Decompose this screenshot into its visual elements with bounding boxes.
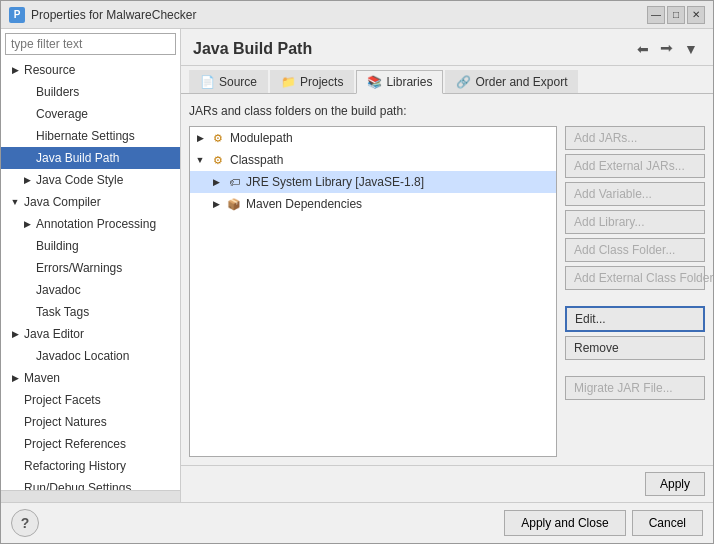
sidebar-item-project-natures[interactable]: ▶ Project Natures — [1, 411, 180, 433]
add-external-class-folder-button[interactable]: Add External Class Folder... — [565, 266, 705, 290]
sidebar-item-project-facets[interactable]: ▶ Project Facets — [1, 389, 180, 411]
cp-item-jre[interactable]: ▶ 🏷 JRE System Library [JavaSE-1.8] — [190, 171, 556, 193]
back-button[interactable]: ⬅ — [633, 39, 653, 59]
expand-jre-icon: ▶ — [210, 176, 222, 188]
tab-projects-label: Projects — [300, 75, 343, 89]
sidebar-item-label: Project Natures — [24, 413, 107, 431]
sidebar-item-project-references[interactable]: ▶ Project References — [1, 433, 180, 455]
tabs-bar: 📄 Source 📁 Projects 📚 Libraries 🔗 Order … — [181, 66, 713, 94]
modulepath-icon: ⚙ — [210, 130, 226, 146]
sidebar-item-run-debug[interactable]: ▶ Run/Debug Settings — [1, 477, 180, 490]
sidebar-item-task-tags[interactable]: ▶ Task Tags — [1, 301, 180, 323]
title-bar: P Properties for MalwareChecker — □ ✕ — [1, 1, 713, 29]
add-external-jars-button[interactable]: Add External JARs... — [565, 154, 705, 178]
properties-dialog: P Properties for MalwareChecker — □ ✕ ▶ … — [0, 0, 714, 544]
sidebar-item-resource[interactable]: ▶ Resource — [1, 59, 180, 81]
sidebar-item-coverage[interactable]: ▶ Coverage — [1, 103, 180, 125]
cp-item-label: Modulepath — [230, 129, 293, 147]
sidebar-item-label: Building — [36, 237, 79, 255]
tab-projects[interactable]: 📁 Projects — [270, 70, 354, 93]
cancel-button[interactable]: Cancel — [632, 510, 703, 536]
right-title: Java Build Path — [193, 40, 312, 58]
dialog-footer: ? Apply and Close Cancel — [1, 502, 713, 543]
add-jars-button[interactable]: Add JARs... — [565, 126, 705, 150]
tab-order-export[interactable]: 🔗 Order and Export — [445, 70, 578, 93]
sidebar-item-javadoc-location[interactable]: ▶ Javadoc Location — [1, 345, 180, 367]
filter-input[interactable] — [5, 33, 176, 55]
maven-dep-icon: 📦 — [226, 196, 242, 212]
sidebar-tree: ▶ Resource ▶ Builders ▶ Coverage ▶ Hiber… — [1, 59, 180, 490]
left-panel: ▶ Resource ▶ Builders ▶ Coverage ▶ Hiber… — [1, 29, 181, 502]
apply-button[interactable]: Apply — [645, 472, 705, 496]
help-button[interactable]: ? — [11, 509, 39, 537]
expand-code-style-icon: ▶ — [21, 174, 33, 186]
sidebar-item-java-build-path[interactable]: ▶ Java Build Path — [1, 147, 180, 169]
cp-item-label: JRE System Library [JavaSE-1.8] — [246, 173, 424, 191]
add-variable-button[interactable]: Add Variable... — [565, 182, 705, 206]
cp-item-maven[interactable]: ▶ 📦 Maven Dependencies — [190, 193, 556, 215]
migrate-jar-button[interactable]: Migrate JAR File... — [565, 376, 705, 400]
right-panel: Java Build Path ⬅ ⮕ ▼ 📄 Source 📁 Project… — [181, 29, 713, 502]
sidebar-item-label: Java Build Path — [36, 149, 119, 167]
sidebar-item-javadoc[interactable]: ▶ Javadoc — [1, 279, 180, 301]
jre-icon: 🏷 — [226, 174, 242, 190]
sidebar-item-label: Javadoc Location — [36, 347, 129, 365]
dialog-icon: P — [9, 7, 25, 23]
cp-item-label: Classpath — [230, 151, 283, 169]
minimize-button[interactable]: — — [647, 6, 665, 24]
sidebar-item-label: Refactoring History — [24, 457, 126, 475]
tab-libraries-label: Libraries — [386, 75, 432, 89]
expand-maven-dep-icon: ▶ — [210, 198, 222, 210]
tab-libraries[interactable]: 📚 Libraries — [356, 70, 443, 94]
sidebar-item-label: Coverage — [36, 105, 88, 123]
sidebar-item-label: Project References — [24, 435, 126, 453]
sidebar-item-label: Project Facets — [24, 391, 101, 409]
order-export-tab-icon: 🔗 — [456, 75, 471, 89]
body-main: ▶ ⚙ Modulepath ▼ ⚙ Classpath ▶ — [189, 126, 705, 457]
sidebar-item-label: Errors/Warnings — [36, 259, 122, 277]
sidebar-item-java-code-style[interactable]: ▶ Java Code Style — [1, 169, 180, 191]
sidebar-item-annotation[interactable]: ▶ Annotation Processing — [1, 213, 180, 235]
forward-button[interactable]: ⮕ — [657, 39, 677, 59]
apply-bar: Apply — [181, 465, 713, 502]
sidebar-item-hibernate[interactable]: ▶ Hibernate Settings — [1, 125, 180, 147]
title-bar-buttons: — □ ✕ — [647, 6, 705, 24]
sidebar-item-label: Javadoc — [36, 281, 81, 299]
sidebar-scrollbar-x[interactable] — [1, 490, 180, 502]
sidebar-item-label: Task Tags — [36, 303, 89, 321]
cp-item-modulepath[interactable]: ▶ ⚙ Modulepath — [190, 127, 556, 149]
sidebar-item-label: Run/Debug Settings — [24, 479, 131, 490]
tab-source[interactable]: 📄 Source — [189, 70, 268, 93]
sidebar-item-errors-warnings[interactable]: ▶ Errors/Warnings — [1, 257, 180, 279]
main-content: ▶ Resource ▶ Builders ▶ Coverage ▶ Hiber… — [1, 29, 713, 502]
remove-button[interactable]: Remove — [565, 336, 705, 360]
sidebar-item-building[interactable]: ▶ Building — [1, 235, 180, 257]
footer-buttons: Apply and Close Cancel — [504, 510, 703, 536]
maximize-button[interactable]: □ — [667, 6, 685, 24]
sidebar-item-java-compiler[interactable]: ▼ Java Compiler — [1, 191, 180, 213]
body-description: JARs and class folders on the build path… — [189, 102, 705, 120]
sidebar-item-java-editor[interactable]: ▶ Java Editor — [1, 323, 180, 345]
classpath-tree: ▶ ⚙ Modulepath ▼ ⚙ Classpath ▶ — [189, 126, 557, 457]
projects-tab-icon: 📁 — [281, 75, 296, 89]
apply-close-button[interactable]: Apply and Close — [504, 510, 625, 536]
menu-button[interactable]: ▼ — [681, 39, 701, 59]
right-header: Java Build Path ⬅ ⮕ ▼ — [181, 29, 713, 66]
expand-resource-icon: ▶ — [9, 64, 21, 76]
sidebar-item-label: Java Editor — [24, 325, 84, 343]
dialog-title: Properties for MalwareChecker — [31, 8, 641, 22]
add-library-button[interactable]: Add Library... — [565, 210, 705, 234]
sidebar-item-label: Builders — [36, 83, 79, 101]
expand-editor-icon: ▶ — [9, 328, 21, 340]
sidebar-item-maven[interactable]: ▶ Maven — [1, 367, 180, 389]
add-class-folder-button[interactable]: Add Class Folder... — [565, 238, 705, 262]
sidebar-item-label: Maven — [24, 369, 60, 387]
edit-button[interactable]: Edit... — [565, 306, 705, 332]
sidebar-item-label: Hibernate Settings — [36, 127, 135, 145]
cp-item-classpath[interactable]: ▼ ⚙ Classpath — [190, 149, 556, 171]
sidebar-item-refactoring[interactable]: ▶ Refactoring History — [1, 455, 180, 477]
expand-maven-icon: ▶ — [9, 372, 21, 384]
expand-compiler-icon: ▼ — [9, 196, 21, 208]
sidebar-item-builders[interactable]: ▶ Builders — [1, 81, 180, 103]
close-button[interactable]: ✕ — [687, 6, 705, 24]
